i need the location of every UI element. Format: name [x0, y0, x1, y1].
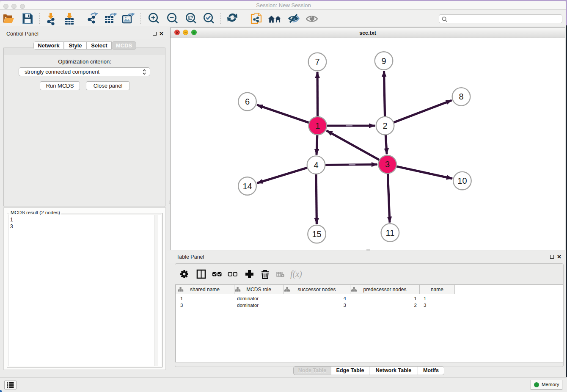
- svg-text:4: 4: [314, 160, 318, 170]
- svg-text:7: 7: [315, 57, 319, 66]
- svg-text:9: 9: [381, 56, 386, 66]
- svg-text:10: 10: [457, 176, 467, 185]
- svg-text:3: 3: [385, 160, 390, 169]
- svg-text:11: 11: [386, 228, 395, 237]
- svg-text:15: 15: [312, 229, 321, 239]
- svg-text:f(x): f(x): [290, 269, 302, 279]
- svg-text:8: 8: [459, 92, 463, 101]
- svg-text:14: 14: [242, 182, 252, 191]
- svg-text:6: 6: [245, 97, 250, 106]
- svg-text:2: 2: [383, 121, 387, 130]
- svg-text:1: 1: [315, 121, 320, 130]
